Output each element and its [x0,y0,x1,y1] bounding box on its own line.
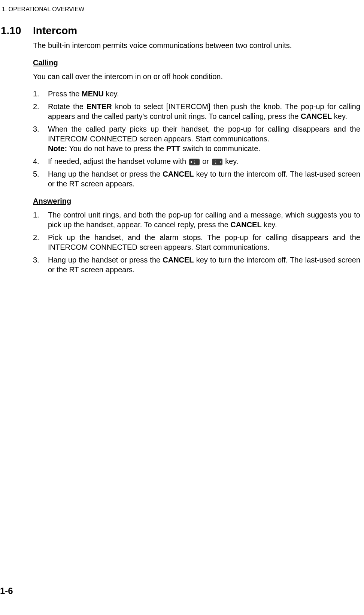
key-label: CANCEL [301,112,332,120]
key-label: CANCEL [163,256,194,264]
step-text: key. [223,157,239,165]
step-number: 1. [33,210,39,220]
list-item: 4. If needed, adjust the handset volume … [33,156,360,166]
calling-intro: You can call over the intercom in on or … [33,72,360,81]
note-label: Note: [48,144,67,153]
answering-heading: Answering [33,197,360,206]
step-number: 3. [33,124,39,134]
step-text: key. [332,112,347,120]
section-intro: The built-in intercom permits voice comm… [33,40,360,50]
step-text: The control unit rings, and both the pop… [48,211,360,229]
list-item: 2. Rotate the ENTER knob to select [INTE… [33,102,360,121]
step-number: 5. [33,169,39,179]
step-text: key. [262,220,277,229]
step-number: 1. [33,89,39,99]
step-number: 2. [33,232,39,242]
step-text: You do not have to press the [67,144,166,153]
list-item: 1. Press the MENU key. [33,89,360,99]
list-item: 1. The control unit rings, and both the … [33,210,360,230]
volume-up-key-icon [212,159,222,165]
list-item: 5. Hang up the handset or press the CANC… [33,169,360,189]
step-number: 3. [33,255,39,265]
calling-steps: 1. Press the MENU key. 2. Rotate the ENT… [33,89,360,189]
key-label: CANCEL [163,170,194,178]
calling-heading: Calling [33,58,360,67]
step-number: 4. [33,156,39,166]
volume-down-key-icon [189,159,200,165]
step-text: Press the [48,90,82,98]
list-item: 3. When the called party picks up their … [33,124,360,153]
list-item: 2. Pick up the handset, and the alarm st… [33,232,360,252]
step-text: If needed, adjust the handset volume wit… [48,157,188,165]
step-text: Pick up the handset, and the alarm stops… [48,233,360,251]
step-text: When the called party picks up their han… [48,125,360,143]
section-title: Intercom [33,25,360,37]
key-label: PTT [166,144,181,153]
step-text: switch to communicate. [181,144,260,153]
section-number: 1.10 [0,25,33,283]
step-text: Rotate the [48,102,87,111]
answering-steps: 1. The control unit rings, and both the … [33,210,360,274]
step-text: or [200,157,211,165]
key-label: ENTER [87,102,112,111]
list-item: 3. Hang up the handset or press the CANC… [33,255,360,274]
step-number: 2. [33,102,39,111]
key-label: MENU [82,90,104,98]
page-header: 1. OPERATIONAL OVERVIEW [0,0,364,13]
step-text: Hang up the handset or press the [48,170,163,178]
page-number: 1-6 [0,586,13,596]
step-text: Hang up the handset or press the [48,256,163,264]
key-label: CANCEL [230,220,261,229]
step-text: key. [104,90,119,98]
